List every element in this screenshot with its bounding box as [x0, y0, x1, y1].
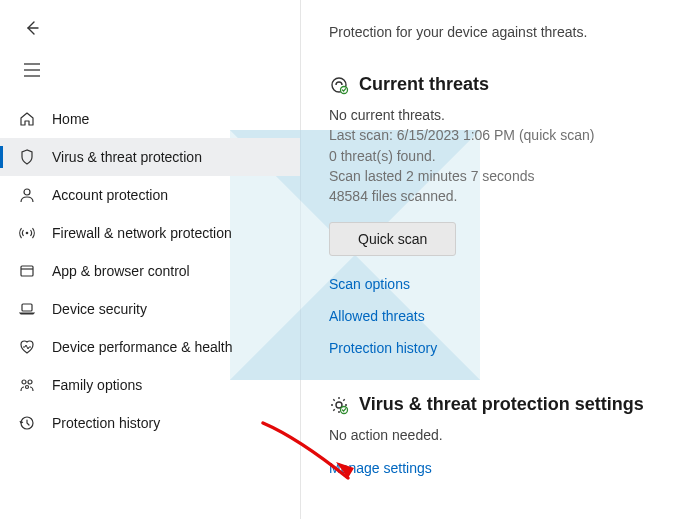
sidebar-item-label: Protection history	[52, 415, 160, 431]
sidebar-item-account[interactable]: Account protection	[0, 176, 300, 214]
sidebar-item-label: Virus & threat protection	[52, 149, 202, 165]
scan-duration-text: Scan lasted 2 minutes 7 seconds	[329, 166, 672, 186]
sidebar-item-history[interactable]: Protection history	[0, 404, 300, 442]
scan-icon	[329, 75, 349, 95]
svg-point-10	[26, 232, 29, 235]
svg-point-16	[26, 386, 29, 389]
settings-header: Virus & threat protection settings	[329, 394, 672, 415]
allowed-threats-link[interactable]: Allowed threats	[329, 308, 672, 324]
back-button[interactable]	[16, 12, 48, 44]
svg-rect-11	[21, 266, 33, 276]
sidebar-item-virus-threat[interactable]: Virus & threat protection	[0, 138, 300, 176]
account-icon	[18, 186, 36, 204]
sidebar-item-label: Device performance & health	[52, 339, 233, 355]
sidebar-item-home[interactable]: Home	[0, 100, 300, 138]
sidebar: Home Virus & threat protection Account p…	[0, 0, 300, 519]
svg-rect-13	[22, 304, 32, 311]
window-icon	[18, 262, 36, 280]
sidebar-item-label: Device security	[52, 301, 147, 317]
heart-icon	[18, 338, 36, 356]
last-scan-text: Last scan: 6/15/2023 1:06 PM (quick scan…	[329, 125, 672, 145]
gear-icon	[329, 395, 349, 415]
shield-icon	[18, 148, 36, 166]
sidebar-item-performance[interactable]: Device performance & health	[0, 328, 300, 366]
quick-scan-button[interactable]: Quick scan	[329, 222, 456, 256]
family-icon	[18, 376, 36, 394]
files-scanned-text: 48584 files scanned.	[329, 186, 672, 206]
settings-status: No action needed.	[329, 425, 672, 445]
home-icon	[18, 110, 36, 128]
antenna-icon	[18, 224, 36, 242]
threats-found-text: 0 threat(s) found.	[329, 146, 672, 166]
current-threats-title: Current threats	[359, 74, 489, 95]
hamburger-icon	[24, 63, 40, 77]
settings-title: Virus & threat protection settings	[359, 394, 644, 415]
sidebar-item-family[interactable]: Family options	[0, 366, 300, 404]
manage-settings-link[interactable]: Manage settings	[329, 460, 672, 476]
svg-point-14	[22, 380, 26, 384]
sidebar-item-label: App & browser control	[52, 263, 190, 279]
sidebar-item-app-browser[interactable]: App & browser control	[0, 252, 300, 290]
sidebar-item-label: Home	[52, 111, 89, 127]
sidebar-item-label: Firewall & network protection	[52, 225, 232, 241]
nav-list: Home Virus & threat protection Account p…	[0, 100, 300, 442]
svg-point-15	[28, 380, 32, 384]
sidebar-item-label: Family options	[52, 377, 142, 393]
history-icon	[18, 414, 36, 432]
arrow-left-icon	[24, 20, 40, 36]
laptop-icon	[18, 300, 36, 318]
no-threats-text: No current threats.	[329, 105, 672, 125]
hamburger-menu-button[interactable]	[16, 54, 48, 86]
page-subtitle: Protection for your device against threa…	[329, 24, 672, 40]
protection-history-link[interactable]: Protection history	[329, 340, 672, 356]
main-content: Protection for your device against threa…	[301, 0, 700, 519]
sidebar-item-firewall[interactable]: Firewall & network protection	[0, 214, 300, 252]
scan-options-link[interactable]: Scan options	[329, 276, 672, 292]
sidebar-item-device-security[interactable]: Device security	[0, 290, 300, 328]
svg-point-9	[24, 189, 30, 195]
sidebar-item-label: Account protection	[52, 187, 168, 203]
current-threats-header: Current threats	[329, 74, 672, 95]
